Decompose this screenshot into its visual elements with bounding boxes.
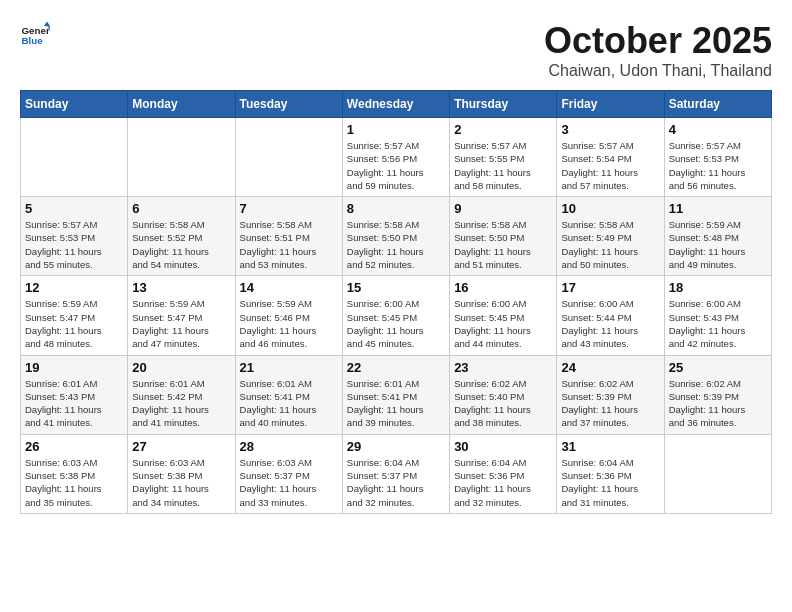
- weekday-header-monday: Monday: [128, 91, 235, 118]
- day-info: Sunrise: 6:04 AM Sunset: 5:36 PM Dayligh…: [561, 456, 659, 509]
- day-info: Sunrise: 5:58 AM Sunset: 5:50 PM Dayligh…: [454, 218, 552, 271]
- week-row-3: 12Sunrise: 5:59 AM Sunset: 5:47 PM Dayli…: [21, 276, 772, 355]
- day-info: Sunrise: 5:58 AM Sunset: 5:51 PM Dayligh…: [240, 218, 338, 271]
- calendar-cell: 27Sunrise: 6:03 AM Sunset: 5:38 PM Dayli…: [128, 434, 235, 513]
- weekday-header-friday: Friday: [557, 91, 664, 118]
- calendar-cell: 11Sunrise: 5:59 AM Sunset: 5:48 PM Dayli…: [664, 197, 771, 276]
- weekday-header-sunday: Sunday: [21, 91, 128, 118]
- day-number: 27: [132, 439, 230, 454]
- day-info: Sunrise: 6:02 AM Sunset: 5:39 PM Dayligh…: [561, 377, 659, 430]
- day-info: Sunrise: 6:00 AM Sunset: 5:45 PM Dayligh…: [347, 297, 445, 350]
- calendar-cell: 17Sunrise: 6:00 AM Sunset: 5:44 PM Dayli…: [557, 276, 664, 355]
- calendar-cell: 7Sunrise: 5:58 AM Sunset: 5:51 PM Daylig…: [235, 197, 342, 276]
- logo-icon: General Blue: [20, 20, 50, 50]
- day-number: 24: [561, 360, 659, 375]
- calendar-cell: 4Sunrise: 5:57 AM Sunset: 5:53 PM Daylig…: [664, 118, 771, 197]
- day-number: 18: [669, 280, 767, 295]
- day-number: 14: [240, 280, 338, 295]
- day-number: 19: [25, 360, 123, 375]
- day-info: Sunrise: 5:57 AM Sunset: 5:53 PM Dayligh…: [669, 139, 767, 192]
- day-number: 23: [454, 360, 552, 375]
- day-number: 5: [25, 201, 123, 216]
- day-number: 31: [561, 439, 659, 454]
- calendar-cell: 30Sunrise: 6:04 AM Sunset: 5:36 PM Dayli…: [450, 434, 557, 513]
- calendar-cell: [664, 434, 771, 513]
- day-number: 25: [669, 360, 767, 375]
- calendar-cell: 14Sunrise: 5:59 AM Sunset: 5:46 PM Dayli…: [235, 276, 342, 355]
- svg-text:General: General: [22, 25, 51, 36]
- day-info: Sunrise: 6:04 AM Sunset: 5:36 PM Dayligh…: [454, 456, 552, 509]
- weekday-header-thursday: Thursday: [450, 91, 557, 118]
- day-info: Sunrise: 6:00 AM Sunset: 5:43 PM Dayligh…: [669, 297, 767, 350]
- weekday-header-row: SundayMondayTuesdayWednesdayThursdayFrid…: [21, 91, 772, 118]
- day-info: Sunrise: 5:58 AM Sunset: 5:50 PM Dayligh…: [347, 218, 445, 271]
- day-number: 16: [454, 280, 552, 295]
- calendar-cell: 25Sunrise: 6:02 AM Sunset: 5:39 PM Dayli…: [664, 355, 771, 434]
- calendar-cell: 24Sunrise: 6:02 AM Sunset: 5:39 PM Dayli…: [557, 355, 664, 434]
- calendar-cell: 9Sunrise: 5:58 AM Sunset: 5:50 PM Daylig…: [450, 197, 557, 276]
- calendar-cell: 2Sunrise: 5:57 AM Sunset: 5:55 PM Daylig…: [450, 118, 557, 197]
- calendar-cell: 8Sunrise: 5:58 AM Sunset: 5:50 PM Daylig…: [342, 197, 449, 276]
- calendar-cell: 29Sunrise: 6:04 AM Sunset: 5:37 PM Dayli…: [342, 434, 449, 513]
- day-info: Sunrise: 6:04 AM Sunset: 5:37 PM Dayligh…: [347, 456, 445, 509]
- calendar-cell: 10Sunrise: 5:58 AM Sunset: 5:49 PM Dayli…: [557, 197, 664, 276]
- svg-marker-2: [44, 22, 50, 27]
- calendar-cell: 13Sunrise: 5:59 AM Sunset: 5:47 PM Dayli…: [128, 276, 235, 355]
- day-info: Sunrise: 6:03 AM Sunset: 5:37 PM Dayligh…: [240, 456, 338, 509]
- day-info: Sunrise: 6:03 AM Sunset: 5:38 PM Dayligh…: [25, 456, 123, 509]
- day-info: Sunrise: 5:57 AM Sunset: 5:56 PM Dayligh…: [347, 139, 445, 192]
- calendar-cell: 19Sunrise: 6:01 AM Sunset: 5:43 PM Dayli…: [21, 355, 128, 434]
- calendar-cell: [235, 118, 342, 197]
- page-header: General Blue General Blue October 2025 C…: [20, 20, 772, 80]
- calendar-cell: 5Sunrise: 5:57 AM Sunset: 5:53 PM Daylig…: [21, 197, 128, 276]
- day-info: Sunrise: 6:02 AM Sunset: 5:40 PM Dayligh…: [454, 377, 552, 430]
- calendar-cell: 18Sunrise: 6:00 AM Sunset: 5:43 PM Dayli…: [664, 276, 771, 355]
- calendar-cell: 21Sunrise: 6:01 AM Sunset: 5:41 PM Dayli…: [235, 355, 342, 434]
- calendar-cell: 26Sunrise: 6:03 AM Sunset: 5:38 PM Dayli…: [21, 434, 128, 513]
- calendar-cell: 6Sunrise: 5:58 AM Sunset: 5:52 PM Daylig…: [128, 197, 235, 276]
- day-number: 28: [240, 439, 338, 454]
- day-number: 2: [454, 122, 552, 137]
- day-info: Sunrise: 6:02 AM Sunset: 5:39 PM Dayligh…: [669, 377, 767, 430]
- day-number: 9: [454, 201, 552, 216]
- calendar-cell: 28Sunrise: 6:03 AM Sunset: 5:37 PM Dayli…: [235, 434, 342, 513]
- day-info: Sunrise: 5:59 AM Sunset: 5:47 PM Dayligh…: [132, 297, 230, 350]
- calendar-cell: 20Sunrise: 6:01 AM Sunset: 5:42 PM Dayli…: [128, 355, 235, 434]
- day-info: Sunrise: 5:58 AM Sunset: 5:49 PM Dayligh…: [561, 218, 659, 271]
- day-number: 15: [347, 280, 445, 295]
- calendar-cell: 16Sunrise: 6:00 AM Sunset: 5:45 PM Dayli…: [450, 276, 557, 355]
- calendar-cell: 12Sunrise: 5:59 AM Sunset: 5:47 PM Dayli…: [21, 276, 128, 355]
- calendar-cell: 3Sunrise: 5:57 AM Sunset: 5:54 PM Daylig…: [557, 118, 664, 197]
- day-number: 29: [347, 439, 445, 454]
- calendar-cell: 1Sunrise: 5:57 AM Sunset: 5:56 PM Daylig…: [342, 118, 449, 197]
- svg-text:Blue: Blue: [22, 35, 44, 46]
- calendar-table: SundayMondayTuesdayWednesdayThursdayFrid…: [20, 90, 772, 514]
- day-info: Sunrise: 6:01 AM Sunset: 5:41 PM Dayligh…: [347, 377, 445, 430]
- day-number: 6: [132, 201, 230, 216]
- day-info: Sunrise: 5:59 AM Sunset: 5:48 PM Dayligh…: [669, 218, 767, 271]
- location-title: Chaiwan, Udon Thani, Thailand: [544, 62, 772, 80]
- day-info: Sunrise: 6:00 AM Sunset: 5:44 PM Dayligh…: [561, 297, 659, 350]
- logo: General Blue General Blue: [20, 20, 50, 50]
- week-row-4: 19Sunrise: 6:01 AM Sunset: 5:43 PM Dayli…: [21, 355, 772, 434]
- day-number: 30: [454, 439, 552, 454]
- week-row-5: 26Sunrise: 6:03 AM Sunset: 5:38 PM Dayli…: [21, 434, 772, 513]
- weekday-header-wednesday: Wednesday: [342, 91, 449, 118]
- calendar-cell: [21, 118, 128, 197]
- title-block: October 2025 Chaiwan, Udon Thani, Thaila…: [544, 20, 772, 80]
- day-number: 17: [561, 280, 659, 295]
- day-info: Sunrise: 5:57 AM Sunset: 5:55 PM Dayligh…: [454, 139, 552, 192]
- day-number: 21: [240, 360, 338, 375]
- day-number: 1: [347, 122, 445, 137]
- week-row-1: 1Sunrise: 5:57 AM Sunset: 5:56 PM Daylig…: [21, 118, 772, 197]
- day-number: 7: [240, 201, 338, 216]
- day-number: 26: [25, 439, 123, 454]
- day-info: Sunrise: 5:57 AM Sunset: 5:54 PM Dayligh…: [561, 139, 659, 192]
- day-info: Sunrise: 6:01 AM Sunset: 5:41 PM Dayligh…: [240, 377, 338, 430]
- day-number: 22: [347, 360, 445, 375]
- day-info: Sunrise: 5:59 AM Sunset: 5:46 PM Dayligh…: [240, 297, 338, 350]
- weekday-header-tuesday: Tuesday: [235, 91, 342, 118]
- day-info: Sunrise: 6:00 AM Sunset: 5:45 PM Dayligh…: [454, 297, 552, 350]
- calendar-cell: 31Sunrise: 6:04 AM Sunset: 5:36 PM Dayli…: [557, 434, 664, 513]
- day-number: 13: [132, 280, 230, 295]
